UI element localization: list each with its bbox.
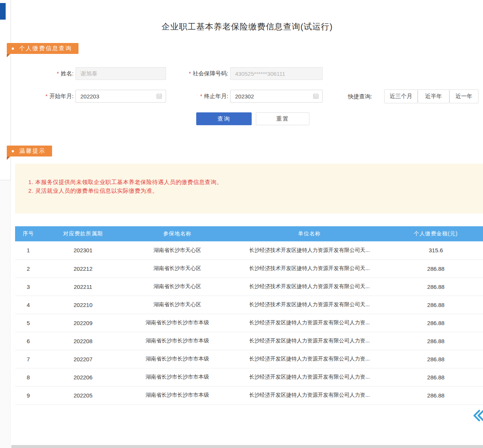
- table-cell: 4: [15, 296, 42, 314]
- calendar-icon[interactable]: [313, 93, 319, 99]
- table-cell: 202206: [42, 368, 125, 386]
- table-row: 9202205湖南省长沙市长沙市市本级长沙经济开发区捷特人力资源开发有限公司人力…: [15, 386, 483, 404]
- table-cell: 湖南省长沙市天心区: [125, 296, 230, 314]
- table-cell: 202208: [42, 332, 125, 350]
- quick-query-label: 快捷查询:: [348, 89, 372, 103]
- required-mark: *: [189, 71, 191, 77]
- col-header-personal-amount: 个人缴费金额(元): [389, 226, 483, 241]
- table-cell: 长沙经济技术开发区捷特人力资源开发有限公司天...: [230, 259, 389, 278]
- end-month-field[interactable]: [230, 90, 323, 103]
- table-row: 3202211湖南省长沙市天心区长沙经济技术开发区捷特人力资源开发有限公司天..…: [15, 278, 483, 296]
- badge-fold-decoration: [7, 54, 10, 57]
- table-cell: 2: [15, 259, 42, 278]
- table-cell: 长沙经济技术开发区捷特人力资源开发有限公司天...: [230, 296, 389, 314]
- sidebar-tab-fragment[interactable]: [0, 3, 6, 20]
- start-month-field[interactable]: [75, 90, 166, 103]
- table-cell: 长沙经济开发区捷特人力资源开发有限公司人力资...: [230, 350, 389, 368]
- table-cell: 长沙经济开发区捷特人力资源开发有限公司人力资...: [230, 368, 389, 386]
- table-cell: 长沙经济技术开发区捷特人力资源开发有限公司天...: [230, 278, 389, 296]
- quick-query-last-6-months-button[interactable]: 近半年: [418, 89, 449, 103]
- reset-button[interactable]: 重置: [256, 112, 309, 125]
- table-row: 7202207湖南省长沙市长沙市市本级长沙经济开发区捷特人力资源开发有限公司人力…: [15, 350, 483, 368]
- table-cell: 7: [15, 350, 42, 368]
- bottom-scrollbar-strip[interactable]: [11, 445, 483, 448]
- quick-query-last-3-months-button[interactable]: 近三个月: [384, 89, 418, 103]
- table-cell: 3: [15, 278, 42, 296]
- table-cell: 286.88: [389, 350, 483, 368]
- badge-fold-decoration: [7, 156, 10, 160]
- table-cell: 202210: [42, 296, 125, 314]
- double-left-chevron-icon: [471, 408, 483, 423]
- section-badge-label: 温馨提示: [19, 147, 46, 155]
- col-header-employer-name: 单位名称: [230, 226, 389, 241]
- table-cell: 286.88: [389, 278, 483, 296]
- section-badge-tips: 温馨提示: [7, 146, 52, 156]
- table-cell: 9: [15, 386, 42, 404]
- table-row: 5202209湖南省长沙市长沙市市本级长沙经济开发区捷特人力资源开发有限公司人力…: [15, 314, 483, 332]
- bullet-dot-icon: [12, 48, 14, 50]
- col-header-index: 序号: [15, 226, 42, 241]
- table-cell: 202212: [42, 259, 125, 278]
- table-cell: 6: [15, 332, 42, 350]
- table-cell: 湖南省长沙市天心区: [125, 241, 230, 259]
- table-cell: 286.88: [389, 332, 483, 350]
- table-cell: 长沙经济开发区捷特人力资源开发有限公司人力资...: [230, 314, 389, 332]
- name-label: *姓名:: [21, 67, 74, 80]
- payment-records-table: 序号 对应费款所属期 参保地名称 单位名称 个人缴费金额(元) 1202301湖…: [15, 226, 483, 405]
- table-cell: 长沙经济技术开发区捷特人力资源开发有限公司天...: [230, 241, 389, 259]
- table-cell: 湖南省长沙市天心区: [125, 259, 230, 278]
- table-cell: 湖南省长沙市长沙市市本级: [125, 314, 230, 332]
- table-header: 序号 对应费款所属期 参保地名称 单位名称 个人缴费金额(元): [15, 226, 483, 241]
- page-title: 企业职工基本养老保险缴费信息查询(试运行): [11, 21, 483, 32]
- section-badge-label: 个人缴费信息查询: [19, 45, 72, 52]
- table-row: 1202301湖南省长沙市天心区长沙经济技术开发区捷特人力资源开发有限公司天..…: [15, 241, 483, 259]
- notice-box: 1. 本服务仅提供尚未领取企业职工基本养老保险待遇人员的缴费信息查询。 2. 灵…: [15, 164, 483, 213]
- pension-query-page: 企业职工基本养老保险缴费信息查询(试运行) 个人缴费信息查询 *姓名: *社会保…: [0, 0, 483, 448]
- end-month-label: *终止年月:: [170, 90, 228, 103]
- table-cell: 202205: [42, 386, 125, 404]
- table-cell: 286.88: [389, 368, 483, 386]
- table-cell: 286.88: [389, 386, 483, 404]
- required-mark: *: [57, 71, 58, 77]
- table-cell: 202207: [42, 350, 125, 368]
- query-button[interactable]: 查询: [196, 112, 252, 125]
- table-row: 4202210湖南省长沙市天心区长沙经济技术开发区捷特人力资源开发有限公司天..…: [15, 296, 483, 314]
- table-row: 8202206湖南省长沙市长沙市市本级长沙经济开发区捷特人力资源开发有限公司人力…: [15, 368, 483, 386]
- table-cell: 湖南省长沙市长沙市市本级: [125, 332, 230, 350]
- table-cell: 长沙经济开发区捷特人力资源开发有限公司人力资...: [230, 332, 389, 350]
- table-cell: 湖南省长沙市长沙市市本级: [125, 368, 230, 386]
- table-cell: 315.6: [389, 241, 483, 259]
- table-cell: 286.88: [389, 314, 483, 332]
- required-mark: *: [45, 93, 47, 99]
- collapse-panel-button[interactable]: [471, 408, 483, 423]
- bullet-dot-icon: [12, 150, 14, 152]
- table-row: 2202212湖南省长沙市天心区长沙经济技术开发区捷特人力资源开发有限公司天..…: [15, 259, 483, 278]
- ssn-field[interactable]: [230, 67, 323, 80]
- table-cell: 286.88: [389, 296, 483, 314]
- ssn-label: *社会保障号码:: [170, 67, 228, 80]
- table-cell: 202209: [42, 314, 125, 332]
- calendar-icon[interactable]: [156, 93, 162, 99]
- table-cell: 286.88: [389, 259, 483, 278]
- col-header-insured-place: 参保地名称: [125, 226, 230, 241]
- name-field[interactable]: [75, 67, 166, 80]
- table-cell: 5: [15, 314, 42, 332]
- notice-line-1: 1. 本服务仅提供尚未领取企业职工基本养老保险待遇人员的缴费信息查询。: [28, 178, 475, 186]
- table-body: 1202301湖南省长沙市天心区长沙经济技术开发区捷特人力资源开发有限公司天..…: [15, 241, 483, 404]
- table-cell: 湖南省长沙市长沙市市本级: [125, 386, 230, 404]
- table-cell: 202301: [42, 241, 125, 259]
- table-cell: 8: [15, 368, 42, 386]
- col-header-payment-period: 对应费款所属期: [42, 226, 125, 241]
- required-mark: *: [200, 93, 202, 99]
- section-badge-personal-payment-query: 个人缴费信息查询: [7, 43, 78, 54]
- notice-line-2: 2. 灵活就业人员的缴费单位信息以实际缴费为准。: [28, 186, 475, 195]
- start-month-label: *开始年月:: [21, 90, 74, 103]
- table-cell: 1: [15, 241, 42, 259]
- table-cell: 湖南省长沙市长沙市市本级: [125, 350, 230, 368]
- table-row: 6202208湖南省长沙市长沙市市本级长沙经济开发区捷特人力资源开发有限公司人力…: [15, 332, 483, 350]
- table-cell: 长沙经济开发区捷特人力资源开发有限公司人力资...: [230, 386, 389, 404]
- table-cell: 湖南省长沙市天心区: [125, 278, 230, 296]
- quick-query-last-year-button[interactable]: 近一年: [449, 89, 478, 103]
- table-cell: 202211: [42, 278, 125, 296]
